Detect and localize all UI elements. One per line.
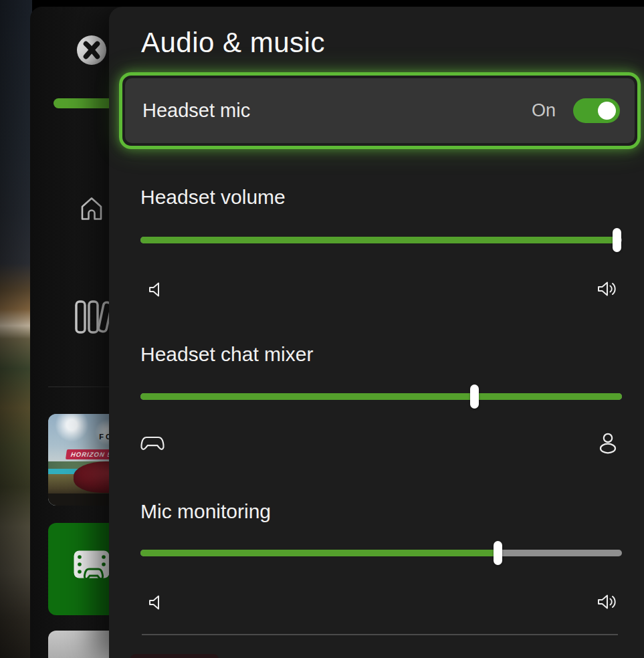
speaker-loud-icon (596, 278, 619, 300)
mic-monitoring-thumb[interactable] (494, 541, 502, 565)
background-game-screenshot (0, 0, 32, 658)
chat-mixer-slider[interactable] (140, 393, 622, 400)
headset-volume-fill (140, 237, 617, 243)
toggle-thumb (598, 102, 616, 120)
page-title: Audio & music (141, 23, 325, 63)
headset-mic-row[interactable]: Headset mic On (125, 78, 635, 143)
audio-music-panel: Audio & music Headset mic On Headset vol… (109, 7, 644, 658)
headset-volume-label: Headset volume (140, 186, 286, 209)
headset-volume-thumb[interactable] (613, 228, 621, 252)
chat-mixer-fill (140, 393, 622, 400)
person-icon (596, 431, 620, 455)
speaker-quiet-icon (146, 592, 166, 613)
headset-mic-toggle[interactable] (573, 98, 620, 123)
section-divider (142, 634, 618, 635)
speaker-loud-icon (596, 591, 619, 613)
focus-ring: Headset mic On (119, 72, 641, 149)
chat-mixer-label: Headset chat mixer (140, 343, 313, 366)
toggle-state-label: On (532, 100, 556, 121)
xbox-logo[interactable] (76, 34, 108, 66)
mic-monitoring-slider[interactable] (140, 550, 622, 556)
headset-volume-slider[interactable] (140, 237, 622, 243)
next-item-peek (130, 654, 219, 658)
speaker-quiet-icon (146, 280, 166, 300)
headset-mic-label: Headset mic (142, 100, 532, 122)
mic-monitoring-label: Mic monitoring (140, 500, 271, 523)
chat-mixer-thumb[interactable] (470, 385, 479, 409)
controller-icon (139, 435, 166, 453)
mic-monitoring-fill (140, 550, 498, 556)
home-icon[interactable] (76, 192, 108, 224)
xbox-guide-screen: FORZA HORIZON 5 (0, 0, 644, 658)
